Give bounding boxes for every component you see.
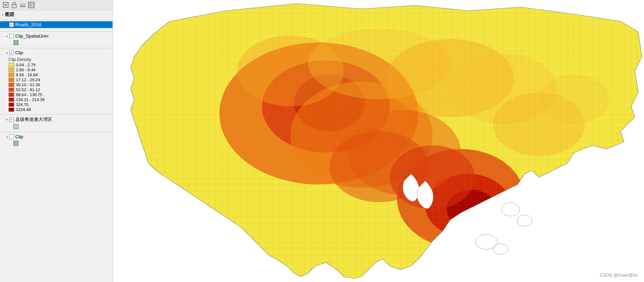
- legend-text-2: 8.56 - 16.84: [16, 73, 38, 77]
- layer-item-clip[interactable]: ▪ Clip: [0, 49, 113, 56]
- map-svg[interactable]: [113, 0, 644, 282]
- svg-rect-5: [20, 5, 26, 6]
- legend-item-7: 134.31 - 214.39: [9, 97, 110, 102]
- layer-name-clip: Clip: [15, 50, 23, 55]
- legend-text-1: 2.80 - 8.44: [16, 68, 36, 72]
- layer-item-clipspatialjoin[interactable]: ▪ Clip_SpatialJoin: [0, 33, 113, 39]
- svg-rect-3: [12, 5, 16, 8]
- layer-checkbox-roads2018[interactable]: [9, 22, 14, 27]
- legend-text-4: 30.10 - 51.36: [16, 83, 40, 87]
- layer-checkbox-county[interactable]: [9, 117, 14, 122]
- legend-swatch-9: [9, 107, 14, 112]
- legend-text-7: 134.31 - 214.39: [16, 98, 45, 102]
- expand-icon3: ▪: [6, 51, 8, 55]
- legend-item-8: 324.75: [9, 102, 110, 107]
- legend-swatch-5: [9, 88, 14, 92]
- legend-item-1: 2.80 - 8.44: [9, 67, 110, 72]
- legend-swatch-8: [9, 103, 14, 107]
- layers-header-label: 图层: [5, 11, 14, 18]
- legend-swatch-7: [9, 98, 14, 102]
- svg-rect-6: [20, 3, 26, 4]
- legend-text-8: 324.75: [16, 103, 28, 107]
- swatch-clip-bottom: [13, 141, 18, 146]
- legend-swatch-1: [9, 68, 14, 72]
- legend-item-5: 52.52 - 81.12: [9, 87, 110, 92]
- legend-text-3: 17.12 - 29.24: [16, 78, 40, 82]
- legend-swatch-6: [9, 93, 14, 97]
- table-icon[interactable]: [28, 1, 35, 9]
- layers-panel: ▪ 图层 ▪ Roads_2018 ▪ Clip_SpatialJoin ▪ C…: [0, 0, 113, 282]
- legend-item-6: 88.64 - 130.75: [9, 92, 110, 97]
- layer-item-roads2018[interactable]: ▪ Roads_2018: [0, 21, 113, 28]
- legend-swatch-2: [9, 73, 14, 77]
- legend-item-3: 17.12 - 29.24: [9, 77, 110, 82]
- layer-name-roads2018: Roads_2018: [15, 22, 42, 27]
- expand-icon: ▪: [6, 23, 8, 27]
- lock-icon[interactable]: [11, 1, 18, 9]
- legend-container: Clip.Density 0.04 - 2.79 2.80 - 8.44 8.5…: [0, 56, 113, 113]
- swatch-clipspatialjoin: [13, 40, 18, 45]
- panel-toolbar: [0, 0, 113, 10]
- map-area[interactable]: CSDN @Giser@lin: [113, 0, 644, 282]
- svg-rect-7: [28, 2, 34, 8]
- legend-item-4: 30.10 - 51.36: [9, 82, 110, 87]
- watermark: CSDN @Giser@lin: [600, 273, 638, 278]
- collapse-icon: ▪: [2, 12, 4, 17]
- expand-icon4: ▪: [6, 117, 8, 122]
- layer-item-county[interactable]: ▪ 县级粤港澳大湾区: [0, 116, 113, 123]
- layer-checkbox-clipspatialjoin[interactable]: [9, 34, 14, 38]
- legend-swatch-0: [9, 63, 14, 67]
- legend-item-0: 0.04 - 2.79: [9, 62, 110, 67]
- expand-icon5: ▪: [6, 135, 8, 139]
- legend-text-6: 88.64 - 130.75: [16, 93, 42, 97]
- add-layer-icon[interactable]: [2, 1, 9, 9]
- layer-checkbox-clip-bottom[interactable]: [9, 134, 14, 139]
- legend-swatch-4: [9, 83, 14, 87]
- legend-item-2: 8.56 - 16.84: [9, 72, 110, 77]
- legend-swatch-3: [9, 78, 14, 82]
- layers-section-header[interactable]: ▪ 图层: [0, 10, 113, 19]
- expand-icon2: ▪: [6, 34, 8, 38]
- layer-name-clip-bottom: Clip: [15, 134, 23, 139]
- layer-name-county: 县级粤港澳大湾区: [15, 116, 52, 123]
- layer-item-clip-bottom[interactable]: ▪ Clip: [0, 133, 113, 140]
- legend-text-0: 0.04 - 2.79: [16, 63, 36, 67]
- layer-name-clipspatialjoin: Clip_SpatialJoin: [15, 33, 48, 39]
- svg-rect-4: [20, 6, 26, 7]
- legend-text-5: 52.52 - 81.12: [16, 88, 40, 92]
- swatch-county: [13, 124, 18, 129]
- legend-text-9: 2224.48: [16, 107, 31, 112]
- layer-checkbox-clip[interactable]: [9, 50, 14, 55]
- layers-icon[interactable]: [19, 1, 26, 9]
- legend-title: Clip.Density: [9, 57, 110, 62]
- legend-item-9: 2224.48: [9, 107, 110, 112]
